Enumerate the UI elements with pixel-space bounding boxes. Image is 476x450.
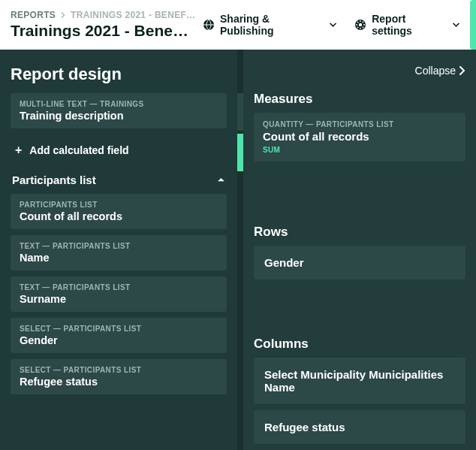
measure-aggregation: SUM [263, 146, 456, 154]
left-panel: Report design MULTI-LINE TEXT — TRAINING… [0, 50, 237, 450]
page-title: Trainings 2021 - Benefici… [11, 22, 191, 40]
field-label: Refugee status [20, 376, 218, 388]
measures-title: Measures [254, 92, 465, 107]
collapse-label: Collapse [415, 65, 456, 77]
gear-icon [354, 19, 366, 31]
breadcrumb-current: TRAININGS 2021 - BENEF… [71, 10, 195, 20]
body: Report design MULTI-LINE TEXT — TRAINING… [0, 50, 476, 450]
design-title: Report design [11, 65, 122, 84]
sharing-publishing-button[interactable]: Sharing & Publishing [197, 8, 342, 41]
column-municipality-name[interactable]: Select Municipality Municipalities Name [254, 358, 465, 404]
fields-scroll[interactable]: MULTI-LINE TEXT — TRAININGS Training des… [11, 93, 227, 400]
breadcrumb-root[interactable]: REPORTS [11, 10, 56, 20]
plus-icon: + [15, 143, 22, 157]
collapse-button[interactable]: Collapse [415, 65, 465, 77]
right-inner: Measures QUANTITY — PARTICIPANTS LIST Co… [237, 77, 476, 450]
globe-icon [203, 19, 215, 31]
field-refugee-status[interactable]: SELECT — PARTICIPANTS LIST Refugee statu… [11, 359, 227, 394]
measure-meta: QUANTITY — PARTICIPANTS LIST [263, 120, 456, 128]
field-surname[interactable]: TEXT — PARTICIPANTS LIST Surname [11, 276, 227, 312]
panel-divider-mark [237, 93, 243, 131]
report-settings-button[interactable]: Report settings [348, 8, 465, 41]
caret-down-icon [330, 23, 336, 27]
field-name[interactable]: TEXT — PARTICIPANTS LIST Name [11, 235, 227, 270]
rows-title: Rows [254, 225, 465, 240]
field-label: Gender [20, 334, 218, 346]
add-calc-label: Add calculated field [29, 144, 128, 156]
field-count-of-all-records[interactable]: PARTICIPANTS LIST Count of all records [11, 194, 227, 229]
group-title: Participants list [12, 174, 96, 186]
sharing-label: Sharing & Publishing [220, 13, 324, 37]
row-gender[interactable]: Gender [254, 246, 465, 279]
columns-section: Columns Select Municipality Municipaliti… [254, 337, 465, 450]
header-bar: REPORTS TRAININGS 2021 - BENEF… Training… [0, 0, 476, 50]
field-label: Surname [20, 293, 218, 305]
field-training-description[interactable]: MULTI-LINE TEXT — TRAININGS Training des… [11, 93, 227, 128]
field-label: Name [20, 252, 218, 264]
chevron-right-icon [60, 12, 66, 18]
field-label: Training description [20, 110, 218, 122]
field-meta: TEXT — PARTICIPANTS LIST [20, 242, 218, 250]
measures-section: Measures QUANTITY — PARTICIPANTS LIST Co… [254, 92, 465, 168]
measure-count-of-all-records[interactable]: QUANTITY — PARTICIPANTS LIST Count of al… [254, 113, 465, 162]
panel-divider-accent [237, 134, 243, 171]
field-meta: TEXT — PARTICIPANTS LIST [20, 283, 218, 291]
columns-title: Columns [254, 337, 465, 352]
settings-label: Report settings [372, 13, 447, 37]
field-meta: PARTICIPANTS LIST [20, 201, 218, 209]
caret-down-icon [453, 23, 459, 27]
header-right-accent [470, 0, 476, 50]
svg-point-2 [359, 23, 362, 26]
field-gender[interactable]: SELECT — PARTICIPANTS LIST Gender [11, 318, 227, 353]
design-header: Report design [0, 50, 237, 93]
breadcrumb: REPORTS TRAININGS 2021 - BENEF… [11, 10, 197, 20]
field-meta: SELECT — PARTICIPANTS LIST [20, 366, 218, 374]
measure-label: Count of all records [263, 130, 456, 143]
header-actions: Sharing & Publishing Report settings [197, 8, 465, 41]
field-label: Count of all records [20, 210, 218, 222]
chevron-right-icon [459, 66, 465, 75]
rows-section: Rows Gender [254, 225, 465, 285]
field-meta: SELECT — PARTICIPANTS LIST [20, 325, 218, 333]
column-refugee-status[interactable]: Refugee status [254, 410, 465, 444]
left-inner: MULTI-LINE TEXT — TRAININGS Training des… [0, 93, 237, 400]
field-meta: MULTI-LINE TEXT — TRAININGS [20, 100, 218, 108]
right-panel: Collapse Measures QUANTITY — PARTICIPANT… [237, 50, 476, 450]
group-participants-list[interactable]: Participants list [11, 168, 227, 194]
caret-up-icon [217, 177, 225, 183]
add-calculated-field-button[interactable]: + Add calculated field [11, 134, 227, 168]
breadcrumb-wrap: REPORTS TRAININGS 2021 - BENEF… Training… [11, 10, 197, 40]
